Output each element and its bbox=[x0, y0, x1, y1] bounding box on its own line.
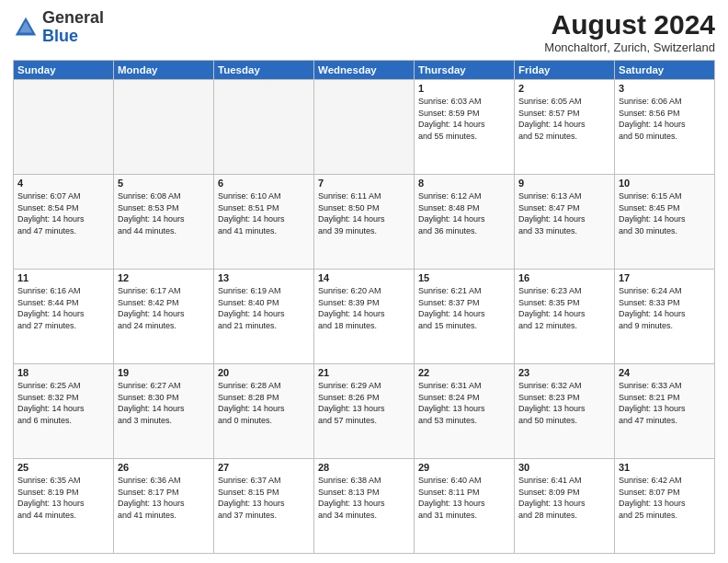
day-number: 7 bbox=[318, 178, 410, 189]
day-info: Sunrise: 6:27 AM Sunset: 8:30 PM Dayligh… bbox=[118, 380, 210, 426]
day-number: 15 bbox=[418, 272, 510, 283]
day-number: 31 bbox=[619, 462, 711, 473]
day-number: 25 bbox=[17, 462, 109, 473]
calendar-cell: 26Sunrise: 6:36 AM Sunset: 8:17 PM Dayli… bbox=[114, 459, 214, 554]
page: General Blue August 2024 Monchaltorf, Zu… bbox=[0, 0, 728, 563]
day-info: Sunrise: 6:21 AM Sunset: 8:37 PM Dayligh… bbox=[418, 285, 510, 331]
day-info: Sunrise: 6:10 AM Sunset: 8:51 PM Dayligh… bbox=[218, 190, 310, 236]
day-info: Sunrise: 6:40 AM Sunset: 8:11 PM Dayligh… bbox=[418, 475, 510, 521]
day-number: 2 bbox=[518, 83, 610, 94]
logo: General Blue bbox=[13, 9, 104, 46]
day-info: Sunrise: 6:24 AM Sunset: 8:33 PM Dayligh… bbox=[619, 285, 711, 331]
day-info: Sunrise: 6:28 AM Sunset: 8:28 PM Dayligh… bbox=[218, 380, 310, 426]
calendar-cell: 6Sunrise: 6:10 AM Sunset: 8:51 PM Daylig… bbox=[214, 175, 314, 270]
logo-general: General bbox=[42, 8, 104, 27]
weekday-header: Saturday bbox=[615, 61, 715, 80]
calendar-cell: 8Sunrise: 6:12 AM Sunset: 8:48 PM Daylig… bbox=[415, 175, 515, 270]
weekday-header: Friday bbox=[515, 61, 615, 80]
calendar-cell bbox=[214, 80, 314, 175]
day-number: 3 bbox=[619, 83, 711, 94]
day-info: Sunrise: 6:16 AM Sunset: 8:44 PM Dayligh… bbox=[17, 285, 109, 331]
calendar-week-row: 11Sunrise: 6:16 AM Sunset: 8:44 PM Dayli… bbox=[14, 270, 715, 364]
day-info: Sunrise: 6:15 AM Sunset: 8:45 PM Dayligh… bbox=[619, 190, 711, 236]
calendar-cell: 30Sunrise: 6:41 AM Sunset: 8:09 PM Dayli… bbox=[515, 459, 615, 554]
day-info: Sunrise: 6:31 AM Sunset: 8:24 PM Dayligh… bbox=[418, 380, 510, 426]
calendar-cell: 4Sunrise: 6:07 AM Sunset: 8:54 PM Daylig… bbox=[14, 175, 114, 270]
location: Monchaltorf, Zurich, Switzerland bbox=[544, 40, 715, 54]
calendar-week-row: 18Sunrise: 6:25 AM Sunset: 8:32 PM Dayli… bbox=[14, 364, 715, 459]
day-number: 8 bbox=[418, 178, 510, 189]
calendar-cell: 15Sunrise: 6:21 AM Sunset: 8:37 PM Dayli… bbox=[415, 270, 515, 364]
day-number: 9 bbox=[518, 178, 610, 189]
day-info: Sunrise: 6:17 AM Sunset: 8:42 PM Dayligh… bbox=[118, 285, 210, 331]
calendar-cell: 5Sunrise: 6:08 AM Sunset: 8:53 PM Daylig… bbox=[114, 175, 214, 270]
day-number: 29 bbox=[418, 462, 510, 473]
calendar-cell: 11Sunrise: 6:16 AM Sunset: 8:44 PM Dayli… bbox=[14, 270, 114, 364]
calendar-cell: 20Sunrise: 6:28 AM Sunset: 8:28 PM Dayli… bbox=[214, 364, 314, 459]
calendar-cell: 18Sunrise: 6:25 AM Sunset: 8:32 PM Dayli… bbox=[14, 364, 114, 459]
day-number: 28 bbox=[318, 462, 410, 473]
calendar-cell: 16Sunrise: 6:23 AM Sunset: 8:35 PM Dayli… bbox=[515, 270, 615, 364]
day-number: 20 bbox=[218, 367, 310, 378]
day-number: 30 bbox=[518, 462, 610, 473]
calendar-cell: 1Sunrise: 6:03 AM Sunset: 8:59 PM Daylig… bbox=[415, 80, 515, 175]
day-number: 26 bbox=[118, 462, 210, 473]
calendar-cell: 9Sunrise: 6:13 AM Sunset: 8:47 PM Daylig… bbox=[515, 175, 615, 270]
month-title: August 2024 bbox=[544, 9, 715, 40]
day-info: Sunrise: 6:13 AM Sunset: 8:47 PM Dayligh… bbox=[518, 190, 610, 236]
weekday-header: Sunday bbox=[14, 61, 114, 80]
calendar-cell: 12Sunrise: 6:17 AM Sunset: 8:42 PM Dayli… bbox=[114, 270, 214, 364]
day-number: 27 bbox=[218, 462, 310, 473]
calendar-cell: 24Sunrise: 6:33 AM Sunset: 8:21 PM Dayli… bbox=[615, 364, 715, 459]
day-info: Sunrise: 6:05 AM Sunset: 8:57 PM Dayligh… bbox=[518, 96, 610, 142]
day-number: 16 bbox=[518, 272, 610, 283]
day-info: Sunrise: 6:03 AM Sunset: 8:59 PM Dayligh… bbox=[418, 96, 510, 142]
day-number: 10 bbox=[619, 178, 711, 189]
day-info: Sunrise: 6:11 AM Sunset: 8:50 PM Dayligh… bbox=[318, 190, 410, 236]
day-number: 12 bbox=[118, 272, 210, 283]
day-number: 14 bbox=[318, 272, 410, 283]
day-number: 18 bbox=[17, 367, 109, 378]
day-number: 1 bbox=[418, 83, 510, 94]
calendar-cell: 29Sunrise: 6:40 AM Sunset: 8:11 PM Dayli… bbox=[415, 459, 515, 554]
calendar-cell: 21Sunrise: 6:29 AM Sunset: 8:26 PM Dayli… bbox=[314, 364, 415, 459]
day-number: 4 bbox=[17, 178, 109, 189]
day-info: Sunrise: 6:38 AM Sunset: 8:13 PM Dayligh… bbox=[318, 475, 410, 521]
day-info: Sunrise: 6:25 AM Sunset: 8:32 PM Dayligh… bbox=[17, 380, 109, 426]
day-info: Sunrise: 6:37 AM Sunset: 8:15 PM Dayligh… bbox=[218, 475, 310, 521]
calendar-cell: 22Sunrise: 6:31 AM Sunset: 8:24 PM Dayli… bbox=[415, 364, 515, 459]
calendar-cell: 14Sunrise: 6:20 AM Sunset: 8:39 PM Dayli… bbox=[314, 270, 415, 364]
calendar-cell: 23Sunrise: 6:32 AM Sunset: 8:23 PM Dayli… bbox=[515, 364, 615, 459]
day-info: Sunrise: 6:12 AM Sunset: 8:48 PM Dayligh… bbox=[418, 190, 510, 236]
logo-text: General Blue bbox=[42, 9, 104, 46]
weekday-header: Thursday bbox=[415, 61, 515, 80]
calendar-cell: 13Sunrise: 6:19 AM Sunset: 8:40 PM Dayli… bbox=[214, 270, 314, 364]
day-info: Sunrise: 6:19 AM Sunset: 8:40 PM Dayligh… bbox=[218, 285, 310, 331]
day-info: Sunrise: 6:07 AM Sunset: 8:54 PM Dayligh… bbox=[17, 190, 109, 236]
day-info: Sunrise: 6:08 AM Sunset: 8:53 PM Dayligh… bbox=[118, 190, 210, 236]
day-number: 5 bbox=[118, 178, 210, 189]
calendar-cell: 2Sunrise: 6:05 AM Sunset: 8:57 PM Daylig… bbox=[515, 80, 615, 175]
calendar-cell bbox=[314, 80, 415, 175]
day-number: 11 bbox=[17, 272, 109, 283]
day-info: Sunrise: 6:42 AM Sunset: 8:07 PM Dayligh… bbox=[619, 475, 711, 521]
calendar-cell: 31Sunrise: 6:42 AM Sunset: 8:07 PM Dayli… bbox=[615, 459, 715, 554]
day-number: 19 bbox=[118, 367, 210, 378]
calendar-table: SundayMondayTuesdayWednesdayThursdayFrid… bbox=[13, 60, 715, 554]
calendar-cell: 28Sunrise: 6:38 AM Sunset: 8:13 PM Dayli… bbox=[314, 459, 415, 554]
calendar-cell: 10Sunrise: 6:15 AM Sunset: 8:45 PM Dayli… bbox=[615, 175, 715, 270]
header: General Blue August 2024 Monchaltorf, Zu… bbox=[13, 9, 715, 54]
day-number: 21 bbox=[318, 367, 410, 378]
day-info: Sunrise: 6:29 AM Sunset: 8:26 PM Dayligh… bbox=[318, 380, 410, 426]
day-info: Sunrise: 6:23 AM Sunset: 8:35 PM Dayligh… bbox=[518, 285, 610, 331]
calendar-cell bbox=[14, 80, 114, 175]
day-info: Sunrise: 6:36 AM Sunset: 8:17 PM Dayligh… bbox=[118, 475, 210, 521]
day-number: 13 bbox=[218, 272, 310, 283]
logo-blue: Blue bbox=[42, 27, 78, 45]
day-info: Sunrise: 6:06 AM Sunset: 8:56 PM Dayligh… bbox=[619, 96, 711, 142]
weekday-header: Wednesday bbox=[314, 61, 415, 80]
calendar-week-row: 25Sunrise: 6:35 AM Sunset: 8:19 PM Dayli… bbox=[14, 459, 715, 554]
day-info: Sunrise: 6:32 AM Sunset: 8:23 PM Dayligh… bbox=[518, 380, 610, 426]
weekday-header: Tuesday bbox=[214, 61, 314, 80]
day-info: Sunrise: 6:20 AM Sunset: 8:39 PM Dayligh… bbox=[318, 285, 410, 331]
